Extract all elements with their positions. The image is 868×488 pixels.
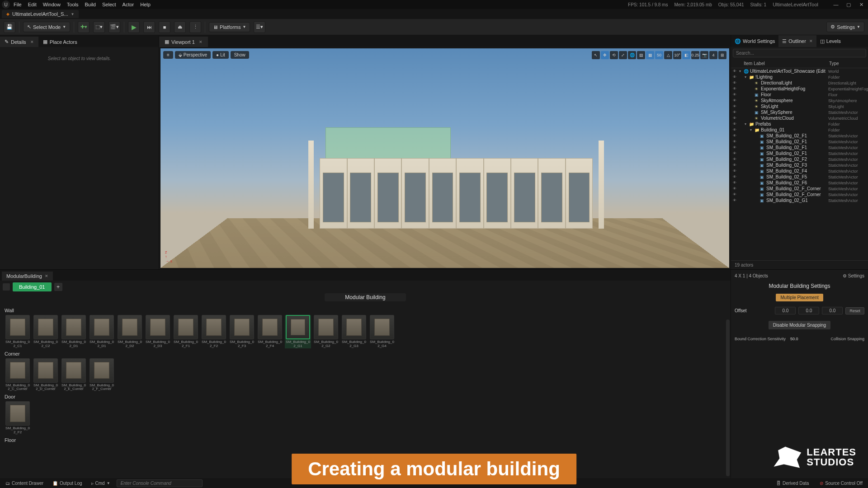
settings-button[interactable]: ⚙ Settings ▼ <box>826 22 864 32</box>
camera-speed-value[interactable]: 4 <box>709 51 717 59</box>
grid-snap-value[interactable]: 50 <box>655 51 663 59</box>
output-log-button[interactable]: 📋Output Log <box>50 480 85 487</box>
maximize-button[interactable]: ▢ <box>844 1 854 8</box>
asset-thumbnail[interactable]: SM_Building_02_F_Corner <box>89 358 115 392</box>
asset-thumbnail[interactable]: SM_Building_02_G2 <box>313 315 339 348</box>
asset-thumbnail[interactable]: SM_Building_02_D2 <box>117 315 143 348</box>
minimize-button[interactable]: — <box>831 1 841 8</box>
bound-correction-value[interactable]: 50.0 <box>790 337 798 341</box>
collision-snapping-label[interactable]: Collision Snapping <box>830 337 864 341</box>
menu-window[interactable]: Window <box>43 2 61 7</box>
camera-speed[interactable]: 📷 <box>700 51 708 59</box>
tree-row[interactable]: 👁▣SM_Building_02_F_CornerStaticMeshActor <box>731 192 868 197</box>
world-settings-tab[interactable]: 🌐World Settings <box>731 35 778 47</box>
asset-thumbnail[interactable]: SM_Building_02_D1 <box>61 315 87 348</box>
save-button[interactable]: 💾 <box>4 21 15 33</box>
tree-row[interactable]: 👁▣FloorFloor <box>731 92 868 98</box>
tree-row[interactable]: 👁☀SkyLightSkyLight <box>731 103 868 109</box>
document-tab[interactable]: ◆ UltimateLevelArtTool_S... ▼ <box>2 10 79 18</box>
outliner-tab[interactable]: ☰Outliner✕ <box>778 35 816 47</box>
place-actors-tab[interactable]: ▦ Place Actors <box>38 37 82 47</box>
viewport-tab[interactable]: ▦ Viewport 1 ✕ <box>159 37 208 47</box>
console-input[interactable] <box>117 479 203 487</box>
outliner-tree[interactable]: 👁▾🌐UltimateLevelArtTool_Showcase (EditWo… <box>731 68 868 260</box>
disable-snapping-button[interactable]: Disable Modular Snapping <box>769 321 830 329</box>
tree-row[interactable]: 👁▣SM_Building_02_F3StaticMeshActor <box>731 162 868 168</box>
eject-button[interactable]: ⏏ <box>174 21 186 33</box>
skip-button[interactable]: ⏭ <box>143 21 155 33</box>
menu-file[interactable]: File <box>14 2 22 7</box>
menu-icon[interactable] <box>3 283 10 291</box>
viewport-options-button[interactable]: ≡ <box>163 51 173 59</box>
offset-x-input[interactable]: 0.0 <box>775 307 796 314</box>
grid-snap[interactable]: ▦ <box>646 51 654 59</box>
tree-row[interactable]: 👁▣SM_Building_02_F2StaticMeshActor <box>731 156 868 162</box>
add-content-button[interactable]: ✚▾ <box>78 21 90 33</box>
asset-thumbnail[interactable]: SM_Building_02_F1 <box>173 315 199 348</box>
play-button[interactable]: ▶ <box>128 21 140 33</box>
maximize-viewport[interactable]: ⊞ <box>718 51 726 59</box>
menu-help[interactable]: Help <box>140 2 151 7</box>
move-tool[interactable]: ✥ <box>601 51 609 59</box>
rotate-tool[interactable]: ⟲ <box>610 51 618 59</box>
close-button[interactable]: ✕ <box>856 1 866 8</box>
details-tab[interactable]: ✎ Details ✕ <box>0 37 38 47</box>
asset-thumbnail[interactable]: SM_Building_02_F2 <box>5 401 31 435</box>
tree-row[interactable]: 👁▣SM_Building_02_F_CornerStaticMeshActor <box>731 186 868 192</box>
show-button[interactable]: Show <box>231 51 249 59</box>
scale-snap-value[interactable]: 0.25 <box>691 51 699 59</box>
asset-thumbnail[interactable]: SM_Building_02_E_Corner <box>61 358 87 392</box>
menu-tools[interactable]: Tools <box>67 2 79 7</box>
platforms-button[interactable]: 🖥 Platforms ▼ <box>209 22 250 32</box>
asset-thumbnail[interactable]: SM_Building_02_G3 <box>341 315 367 348</box>
derived-data-button[interactable]: 🗄Derived Data <box>774 480 811 487</box>
levels-tab[interactable]: ◫Levels <box>816 35 844 47</box>
viewport-3d[interactable]: z↑→ x ≡ ⬙Perspective ●Lit Show ↖ ✥ ⟲ ⤢ 🌐… <box>160 48 730 268</box>
tree-row[interactable]: 👁☀VolumetricCloudVolumetricCloud <box>731 115 868 121</box>
tree-row[interactable]: 👁▣SM_Building_02_F5StaticMeshActor <box>731 174 868 180</box>
tree-row[interactable]: 👁▣SM_SkySphereStaticMeshActor <box>731 109 868 115</box>
asset-thumbnail[interactable]: SM_Building_02_F4 <box>257 315 283 348</box>
mb-settings-link[interactable]: ⚙ Settings <box>843 273 864 278</box>
tree-row[interactable]: 👁▣SM_Building_02_F1StaticMeshActor <box>731 139 868 145</box>
tree-row[interactable]: 👁▣SM_Building_02_F1StaticMeshActor <box>731 133 868 139</box>
multiple-placement-button[interactable]: Multiple Placement <box>776 294 823 301</box>
tree-row[interactable]: 👁☀DirectionalLightDirectionalLight <box>731 80 868 86</box>
tree-row[interactable]: 👁▾📁PrefabsFolder <box>731 121 868 127</box>
add-building-button[interactable]: + <box>54 283 62 291</box>
marketplace-button[interactable]: ⬚▾ <box>93 21 105 33</box>
lit-button[interactable]: ●Lit <box>212 51 229 59</box>
tree-row[interactable]: 👁▣SM_Building_02_F4StaticMeshActor <box>731 168 868 174</box>
tree-row[interactable]: 👁☀ExponentialHeightFogExponentialHeightF… <box>731 86 868 92</box>
content-drawer-button[interactable]: 🗂Content Drawer <box>3 480 46 487</box>
asset-thumbnail[interactable]: SM_Building_02_F2 <box>201 315 227 348</box>
building-tab-button[interactable]: Building_01 <box>13 282 52 291</box>
tree-row[interactable]: 👁▾📁!LightingFolder <box>731 74 868 80</box>
asset-thumbnail[interactable]: SM_Building_02_C2 <box>33 315 59 348</box>
cmd-button[interactable]: ▹Cmd▼ <box>89 480 113 487</box>
angle-snap-value[interactable]: 10° <box>673 51 681 59</box>
tree-row[interactable]: 👁▣SM_Building_02_F1StaticMeshActor <box>731 145 868 150</box>
select-tool[interactable]: ↖ <box>592 51 600 59</box>
asset-thumbnail[interactable]: SM_Building_02_D1 <box>89 315 115 348</box>
angle-snap[interactable]: △ <box>664 51 672 59</box>
asset-thumbnail[interactable]: SM_Building_02_D_Corner <box>33 358 59 392</box>
tree-row[interactable]: 👁▾📁Building_01Folder <box>731 127 868 133</box>
surface-snap[interactable]: ▤ <box>637 51 645 59</box>
perspective-button[interactable]: ⬙Perspective <box>175 51 211 59</box>
coord-space[interactable]: 🌐 <box>628 51 636 59</box>
source-control-button[interactable]: ⊘Source Control Off <box>817 480 865 487</box>
asset-thumbnail[interactable]: SM_Building_02_C_Corner <box>5 358 31 392</box>
stop-button[interactable]: ■ <box>159 21 170 33</box>
play-options-button[interactable]: ⋮ <box>189 21 201 33</box>
asset-thumbnail[interactable]: SM_Building_02_G4 <box>369 315 395 348</box>
cinematics-button[interactable]: 🎬▾ <box>108 21 120 33</box>
scale-tool[interactable]: ⤢ <box>619 51 627 59</box>
tree-row[interactable]: 👁▾🌐UltimateLevelArtTool_Showcase (EditWo… <box>731 68 868 74</box>
scale-snap[interactable]: ◧ <box>682 51 690 59</box>
asset-thumbnail[interactable]: SM_Building_02_D3 <box>145 315 171 348</box>
modular-building-tab[interactable]: ModularBuilding ✕ <box>2 272 53 281</box>
close-icon[interactable]: ✕ <box>45 274 48 278</box>
scrollbar[interactable] <box>726 319 730 476</box>
outliner-search-input[interactable] <box>733 49 866 57</box>
